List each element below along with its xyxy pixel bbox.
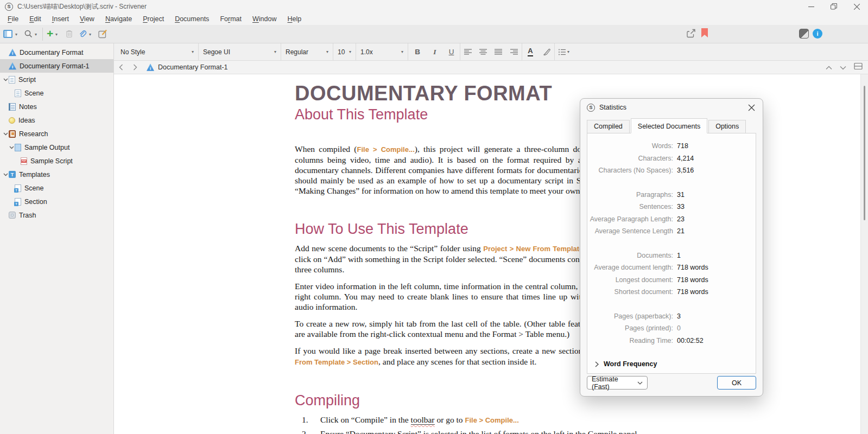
style-combo[interactable]: No Style▾	[116, 43, 199, 60]
align-right-button[interactable]	[506, 43, 522, 60]
binder-item-script[interactable]: Script	[0, 73, 113, 86]
bold-button[interactable]: B	[408, 43, 427, 60]
menu-documents[interactable]: Documents	[169, 14, 214, 24]
font-variant-combo[interactable]: Regular▾	[281, 43, 333, 60]
inspector-button[interactable]: i	[813, 29, 822, 39]
paperclip-icon	[78, 29, 87, 38]
text-color-button[interactable]: A	[522, 43, 538, 60]
line-spacing-combo[interactable]: 1.0x▾	[356, 43, 408, 60]
text-color-icon: A	[528, 47, 533, 56]
binder-item-scene[interactable]: TScene	[0, 181, 113, 195]
font-size-combo[interactable]: 10▾	[333, 43, 356, 60]
binder-item-documentary-format[interactable]: iDocumentary Format	[0, 46, 113, 59]
chevron-down-icon	[840, 66, 846, 70]
stat-label: Longest document:	[587, 276, 673, 284]
stat-group: Documents:1Average document length:718 w…	[587, 250, 756, 298]
expand-chevron-icon[interactable]	[2, 132, 9, 136]
binder-item-templates[interactable]: TTemplates	[0, 168, 113, 181]
scrivener-logo-icon: S	[587, 104, 595, 112]
expand-chevron-icon[interactable]	[8, 146, 15, 149]
style-combo-value: No Style	[121, 48, 145, 56]
statistics-tab-bar: CompiledSelected DocumentsOptions	[587, 118, 756, 133]
binder-item-research[interactable]: Research	[0, 127, 113, 141]
editor-scrollbar[interactable]	[860, 74, 868, 434]
statistics-tab-options[interactable]: Options	[708, 120, 746, 133]
format-bar: No Style▾ Segoe UI▾ Regular▾ 10▾ 1.0x▾ B…	[114, 43, 868, 61]
stat-value: 3,516	[677, 167, 694, 174]
binder-item-sample-output[interactable]: Sample Output	[0, 141, 113, 154]
stat-value: 3	[677, 312, 681, 320]
menu-navigate[interactable]: Navigate	[100, 14, 137, 24]
menu-format[interactable]: Format	[214, 14, 247, 24]
binder-toggle-button[interactable]	[3, 30, 12, 38]
stat-value: 0	[677, 324, 681, 332]
highlight-button[interactable]	[538, 43, 555, 60]
menu-help[interactable]: Help	[282, 14, 307, 24]
add-item-dropdown[interactable]: ▾	[55, 32, 58, 37]
attach-dropdown[interactable]: ▾	[89, 32, 91, 37]
text-run: Ensure “Documentary Script” is selected …	[320, 429, 639, 434]
menu-file[interactable]: File	[2, 14, 24, 24]
tdoc-icon: T	[15, 198, 21, 206]
search-button[interactable]	[24, 29, 33, 39]
binder-item-trash[interactable]: Trash	[0, 208, 113, 222]
list-format-button[interactable]: ▾	[555, 43, 573, 60]
back-button[interactable]	[114, 61, 128, 74]
stat-row: Reading Time:00:02:52	[587, 335, 756, 347]
binder-item-ideas[interactable]: Ideas	[0, 113, 113, 127]
justify-button[interactable]	[491, 43, 506, 60]
next-document-button[interactable]	[840, 62, 846, 72]
align-left-button[interactable]	[460, 43, 476, 60]
quick-reference-button[interactable]	[98, 29, 108, 39]
attach-button[interactable]	[78, 29, 87, 38]
stat-value: 23	[677, 215, 685, 223]
highlighter-icon	[543, 48, 550, 56]
justify-icon	[495, 49, 502, 55]
stat-row: Documents:1	[587, 250, 756, 262]
minimize-button[interactable]	[800, 0, 822, 13]
ok-button[interactable]: OK	[717, 376, 756, 390]
align-center-button[interactable]	[476, 43, 491, 60]
expand-chevron-icon[interactable]	[2, 78, 9, 81]
binder-item-sample-script[interactable]: PDFSample Script	[0, 154, 113, 168]
close-icon	[748, 104, 755, 111]
share-icon	[686, 29, 696, 39]
statistics-close-button[interactable]	[748, 104, 755, 113]
move-to-trash-button[interactable]	[65, 29, 73, 38]
binder-item-section[interactable]: TSection	[0, 195, 113, 208]
restore-button[interactable]	[822, 0, 845, 13]
word-frequency-expander[interactable]: Word Frequency	[595, 359, 756, 369]
underline-button[interactable]: U	[443, 43, 460, 60]
binder-item-documentary-format-1[interactable]: iDocumentary Format-1	[0, 59, 113, 73]
main-toolbar: ▾ ▾ + ▾ ▾ Documentary Format-1	[0, 25, 868, 43]
italic-button[interactable]: I	[427, 43, 443, 60]
binder-toggle-dropdown[interactable]: ▾	[15, 32, 17, 37]
expand-chevron-icon[interactable]	[2, 173, 9, 176]
split-editor-button[interactable]	[854, 62, 863, 72]
menu-edit[interactable]: Edit	[24, 14, 47, 24]
menu-project[interactable]: Project	[137, 14, 169, 24]
scrollbar-thumb[interactable]	[864, 86, 865, 220]
search-dropdown[interactable]: ▾	[35, 32, 37, 37]
binder-item-label: Ideas	[18, 117, 35, 124]
forward-button[interactable]	[128, 61, 142, 74]
previous-document-button[interactable]	[826, 62, 832, 72]
stat-value: 718	[677, 142, 688, 150]
share-button[interactable]	[686, 29, 696, 39]
stat-row: Shortest document:718 words	[587, 286, 756, 298]
menu-insert[interactable]: Insert	[47, 14, 74, 24]
bookmark-button[interactable]	[701, 28, 708, 37]
document-link[interactable]: File > Compile...	[357, 145, 415, 154]
binder-item-scene[interactable]: Scene	[0, 86, 113, 100]
document-link[interactable]: File > Compile...	[465, 416, 518, 424]
menu-window[interactable]: Window	[247, 14, 282, 24]
estimate-method-dropdown[interactable]: Estimate (Fast)	[587, 376, 648, 390]
close-button[interactable]	[845, 0, 868, 13]
add-item-button[interactable]: +	[47, 28, 53, 39]
binder-item-notes[interactable]: Notes	[0, 100, 113, 113]
statistics-tab-selected-documents[interactable]: Selected Documents	[631, 118, 707, 133]
compose-mode-button[interactable]	[799, 29, 809, 39]
statistics-tab-compiled[interactable]: Compiled	[587, 120, 630, 133]
menu-view[interactable]: View	[74, 14, 100, 24]
font-family-combo[interactable]: Segoe UI▾	[199, 43, 281, 60]
